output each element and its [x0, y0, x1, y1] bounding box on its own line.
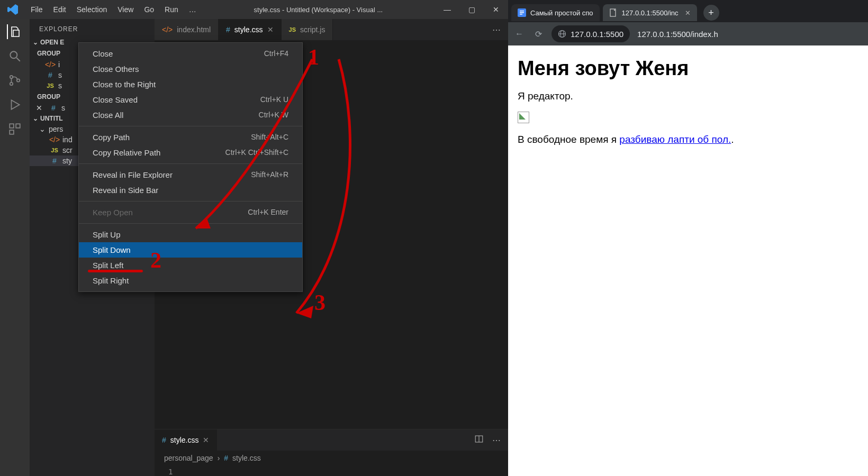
menu-item-copy-relative-path[interactable]: Copy Relative PathCtrl+K Ctrl+Shift+C [79, 145, 302, 160]
menu-selection[interactable]: Selection [71, 2, 113, 17]
page-paragraph-2: В свободное время я разбиваю лапти об по… [518, 134, 858, 145]
menu-item-reveal-in-side-bar[interactable]: Reveal in Side Bar [79, 182, 302, 198]
docs-icon [518, 8, 526, 17]
file-label: sty [62, 157, 72, 165]
menu-item-label: Close [93, 49, 113, 58]
css-icon: # [49, 104, 58, 112]
source-control-icon[interactable] [7, 73, 22, 88]
menu-item-label: Keep Open [93, 208, 133, 217]
window-controls: ― ▢ ✕ [435, 0, 508, 19]
menu-item-label: Close Others [93, 65, 139, 74]
css-icon: # [224, 454, 228, 462]
menu-item-close-all[interactable]: Close AllCtrl+K W [79, 107, 302, 123]
close-icon[interactable]: ✕ [685, 9, 691, 17]
menu-run[interactable]: Run [159, 2, 184, 17]
close-icon[interactable]: ✕ [203, 436, 209, 444]
run-debug-icon[interactable] [7, 97, 22, 112]
menu-more[interactable]: … [184, 2, 202, 17]
search-icon[interactable] [7, 49, 22, 63]
js-icon: JS [46, 83, 55, 89]
menu-file[interactable]: File [25, 2, 48, 17]
menu-item-close-saved[interactable]: Close SavedCtrl+K U [79, 92, 302, 107]
file-label: i [58, 60, 60, 69]
menu-item-copy-path[interactable]: Copy PathShift+Alt+C [79, 130, 302, 145]
menu-go[interactable]: Go [139, 2, 159, 17]
minimize-button[interactable]: ― [435, 0, 459, 19]
menu-edit[interactable]: Edit [48, 2, 71, 17]
browser-toolbar: ← ⟳ 127.0.0.1:5500 127.0.0.1:5500/index.… [508, 22, 868, 45]
css-icon: # [226, 25, 230, 34]
editor-tabs-top: </>index.html #style.css✕ JSscript.js ⋯ [155, 19, 508, 40]
page-paragraph-1: Я редактор. [518, 90, 858, 102]
menu-item-split-up[interactable]: Split Up [79, 227, 302, 242]
tab-label: style.css [234, 25, 263, 34]
menu-item-shortcut: Ctrl+K Enter [248, 208, 288, 217]
browser-tab-localhost[interactable]: 127.0.0.1:5500/inc ✕ [603, 4, 697, 21]
split-editor-icon[interactable] [474, 434, 484, 446]
menu-item-label: Reveal in File Explorer [93, 170, 173, 179]
back-button[interactable]: ← [513, 29, 525, 39]
menu-item-close-to-the-right[interactable]: Close to the Right [79, 77, 302, 92]
browser-window: Самый простой спо 127.0.0.1:5500/inc ✕ +… [508, 0, 868, 476]
chevron-right-icon: › [218, 454, 220, 462]
window-title: style.css - Untitled (Workspace) - Visua… [202, 6, 435, 14]
menu-item-shortcut: Shift+Alt+R [251, 170, 288, 179]
menu-item-shortcut: Ctrl+K Ctrl+Shift+C [225, 148, 288, 157]
explorer-icon[interactable] [7, 24, 22, 39]
open-editors-label: OPEN E [40, 39, 64, 46]
menu-item-close[interactable]: CloseCtrl+F4 [79, 46, 302, 61]
menu-item-shortcut: Shift+Alt+C [251, 133, 288, 142]
js-icon: JS [289, 26, 296, 33]
workspace-label: UNTITL [40, 115, 63, 122]
page-content: Меня зовут Женя Я редактор. В свободное … [508, 45, 868, 476]
extensions-icon[interactable] [7, 122, 22, 136]
css-icon: # [162, 436, 166, 444]
js-icon: JS [50, 147, 59, 153]
menu-item-split-left[interactable]: Split Left [79, 258, 302, 273]
svg-rect-13 [520, 11, 524, 12]
text-span: . [731, 134, 734, 145]
menu-item-label: Close to the Right [93, 80, 156, 89]
menu-item-label: Close Saved [93, 95, 138, 104]
menu-item-split-down[interactable]: Split Down [79, 242, 302, 258]
address-bar[interactable]: 127.0.0.1:5500 [551, 25, 630, 42]
tab-actions[interactable]: ⋯ [485, 19, 508, 40]
svg-rect-6 [16, 124, 20, 128]
browser-tab-docs[interactable]: Самый простой спо [511, 4, 600, 21]
menu-item-split-right[interactable]: Split Right [79, 273, 302, 288]
tab-script-js[interactable]: JSscript.js [282, 19, 333, 40]
breadcrumbs[interactable]: personal_page › # style.css [155, 451, 508, 465]
svg-point-4 [17, 79, 20, 81]
sidebar-title: EXPLORER [30, 19, 155, 37]
menu-separator [79, 163, 302, 164]
more-icon[interactable]: ⋯ [492, 435, 501, 445]
line-number: 1 [155, 465, 508, 476]
maximize-button[interactable]: ▢ [459, 0, 484, 19]
tab-index-html[interactable]: </>index.html [155, 19, 219, 40]
activity-bar [0, 19, 30, 476]
menu-view[interactable]: View [112, 2, 139, 17]
close-icon[interactable]: ✕ [267, 25, 274, 34]
svg-rect-14 [520, 12, 524, 13]
menu-item-close-others[interactable]: Close Others [79, 61, 302, 77]
menu-item-shortcut: Ctrl+K W [259, 111, 288, 120]
menu-separator [79, 201, 302, 202]
close-icon[interactable]: ✕ [36, 104, 42, 112]
file-label: scr [62, 146, 73, 154]
page-link[interactable]: разбиваю лапти об пол. [619, 134, 731, 145]
reload-button[interactable]: ⟳ [532, 29, 544, 39]
page-icon [609, 8, 618, 17]
tab-label: script.js [300, 25, 325, 34]
css-icon: # [46, 71, 55, 79]
tab-style-css[interactable]: #style.css✕ [219, 19, 281, 40]
browser-tab-label: Самый простой спо [530, 9, 593, 17]
close-window-button[interactable]: ✕ [484, 0, 508, 19]
tab-label: index.html [177, 25, 211, 34]
menu-item-reveal-in-file-explorer[interactable]: Reveal in File ExplorerShift+Alt+R [79, 167, 302, 182]
address-text: 127.0.0.1:5500 [571, 30, 623, 39]
new-tab-button[interactable]: + [703, 5, 719, 21]
css-icon: # [50, 157, 59, 165]
tab-style-css-bottom[interactable]: #style.css✕ [155, 429, 217, 451]
menu-item-label: Copy Path [93, 133, 130, 142]
page-heading: Меня зовут Женя [518, 57, 858, 80]
